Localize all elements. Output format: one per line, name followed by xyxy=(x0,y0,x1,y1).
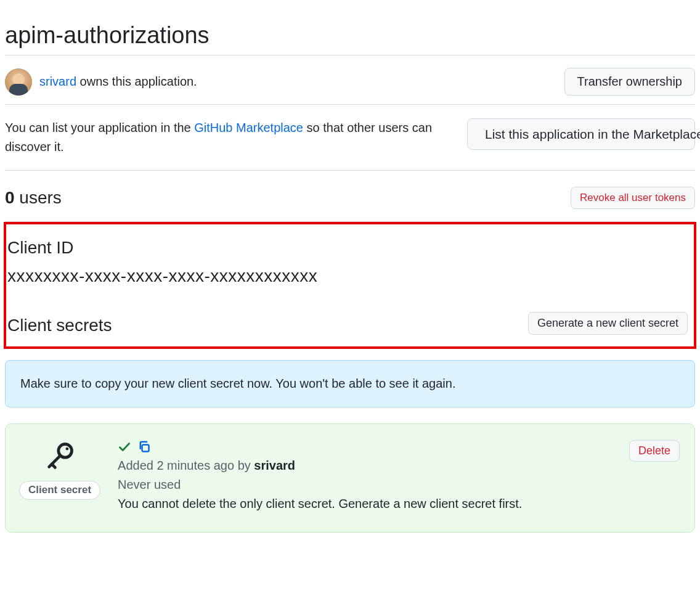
svg-rect-2 xyxy=(142,445,149,452)
github-marketplace-link[interactable]: GitHub Marketplace xyxy=(194,121,303,134)
users-count-number: 0 xyxy=(5,188,15,207)
marketplace-row: You can list your application in the Git… xyxy=(5,105,695,171)
avatar xyxy=(5,68,32,96)
owner-username-link[interactable]: srivard xyxy=(39,75,76,88)
client-secret-left: Client secret xyxy=(19,440,100,500)
client-secret-card: Client secret Added 2 minutes ago by sri… xyxy=(5,423,695,533)
list-in-marketplace-button[interactable]: List this application in the Marketplace xyxy=(467,118,695,150)
added-user: srivard xyxy=(254,459,295,472)
owner-row: srivard owns this application. Transfer … xyxy=(5,60,695,105)
client-secret-delete-note: You cannot delete the only client secret… xyxy=(118,494,612,513)
client-secret-added-line: Added 2 minutes ago by srivard xyxy=(118,456,612,475)
client-secret-badge: Client secret xyxy=(19,481,100,500)
owner-owns-text: owns this application. xyxy=(76,75,197,88)
client-secrets-heading: Client secrets xyxy=(7,316,112,335)
client-secret-usage: Never used xyxy=(118,475,612,494)
copy-icon[interactable] xyxy=(137,440,151,454)
owner-info: srivard owns this application. xyxy=(5,68,197,96)
client-secret-actions: Delete xyxy=(629,440,680,462)
copy-secret-flash: Make sure to copy your new client secret… xyxy=(5,360,695,407)
added-by: by xyxy=(234,459,254,472)
client-id-heading: Client ID xyxy=(7,238,694,258)
added-prefix: Added xyxy=(118,459,157,472)
svg-point-1 xyxy=(66,448,69,451)
owner-text: srivard owns this application. xyxy=(39,75,197,89)
users-count: 0 users xyxy=(5,188,62,208)
generate-client-secret-button[interactable]: Generate a new client secret xyxy=(528,312,688,335)
users-count-label: users xyxy=(15,188,62,207)
page-title: apim-authorizations xyxy=(5,22,695,49)
client-secret-body: Added 2 minutes ago by srivard Never use… xyxy=(118,440,612,513)
client-secret-status-icons xyxy=(118,440,612,454)
marketplace-text-before: You can list your application in the xyxy=(5,121,194,134)
check-icon xyxy=(118,440,131,454)
transfer-ownership-button[interactable]: Transfer ownership xyxy=(564,68,695,96)
marketplace-text: You can list your application in the Git… xyxy=(5,118,455,157)
client-credentials-highlight: Client ID xxxxxxxx-xxxx-xxxx-xxxx-xxxxxx… xyxy=(4,222,696,349)
divider xyxy=(5,55,695,55)
delete-client-secret-button[interactable]: Delete xyxy=(629,440,680,462)
revoke-all-tokens-button[interactable]: Revoke all user tokens xyxy=(571,187,695,209)
added-time: 2 minutes ago xyxy=(157,459,234,472)
users-row: 0 users Revoke all user tokens xyxy=(5,171,695,222)
client-secrets-header: Client secrets Generate a new client sec… xyxy=(6,311,694,335)
client-id-value: xxxxxxxx-xxxx-xxxx-xxxx-xxxxxxxxxxxx xyxy=(7,266,694,286)
key-icon xyxy=(44,440,76,472)
